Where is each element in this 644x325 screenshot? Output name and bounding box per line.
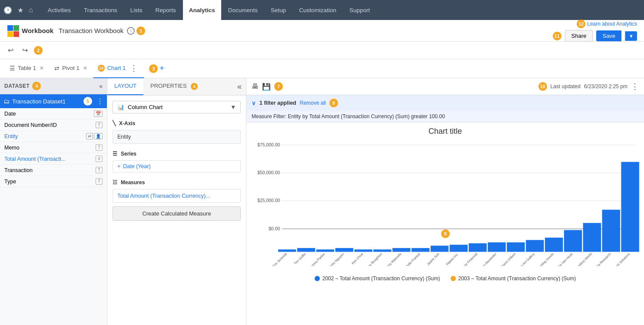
svg-rect-31 (450, 245, 468, 252)
tab-properties[interactable]: PROPERTIES 6 (143, 78, 205, 95)
svg-text:Jackie Suh: Jackie Suh (426, 252, 440, 266)
home-icon[interactable]: ⌂ (29, 6, 33, 14)
svg-rect-2 (7, 31, 13, 37)
pivot-icon: ⇄ (54, 65, 60, 72)
save-button[interactable]: Save (596, 30, 621, 41)
nav-reports[interactable]: Reports (149, 0, 182, 20)
panel-collapse-button[interactable]: « (237, 78, 246, 95)
tab-layout[interactable]: LAYOUT (107, 78, 143, 95)
badge-11: 11 (553, 32, 561, 40)
chart-toolbar-right: 10 Last updated 6/23/2020 2:25 pm ⋮ (538, 82, 639, 91)
nav-items: Activities Transactions Lists Reports An… (42, 0, 641, 20)
chart-area: Chart title 9 $75,000.00 $50,000.00 $25,… (246, 123, 644, 325)
field-total-amount-type: # (96, 156, 103, 162)
svg-text:Tim Griffin: Tim Griffin (293, 252, 307, 265)
field-entity[interactable]: Entity ⇄ 👤 (0, 131, 107, 142)
svg-rect-23 (373, 249, 391, 252)
measures-icon: ☷ (113, 179, 117, 186)
workbook-logo-icon (7, 25, 19, 37)
tab-pivot1[interactable]: ⇄ Pivot 1 ✕ (50, 59, 92, 78)
create-calculated-measure-button[interactable]: Create Calculated Measure (113, 206, 241, 221)
measures-item[interactable]: Total Amount (Transaction Currency)... (113, 189, 241, 203)
tab-table1-close[interactable]: ✕ (40, 65, 44, 71)
tab-add-button[interactable]: 3 + (146, 64, 168, 73)
svg-rect-35 (488, 242, 505, 252)
svg-rect-37 (507, 242, 524, 252)
table-icon: ☰ (10, 65, 15, 72)
nav-documents[interactable]: Documents (222, 0, 264, 20)
tab-table1[interactable]: ☰ Table 1 ✕ (5, 59, 48, 78)
history-icon[interactable]: 🕑 (3, 6, 12, 14)
legend-item-2003: 2003 – Total Amount (Transaction Currenc… (451, 275, 576, 282)
badge-7: 7 (274, 82, 283, 91)
svg-rect-1 (13, 25, 19, 31)
nav-transactions[interactable]: Transactions (78, 0, 123, 20)
chart-options-icon[interactable]: ⋮ (631, 82, 639, 91)
measures-title: ☷ Measures (113, 179, 241, 186)
undo-button[interactable]: ↩ (5, 44, 16, 56)
badge-5: 5 (83, 97, 92, 106)
dataset-name-text: Transaction Dataset1 (12, 98, 81, 105)
tab-pivot1-close[interactable]: ✕ (83, 65, 87, 71)
series-item[interactable]: + Date (Year) (113, 160, 241, 172)
field-memo[interactable]: Memo T (0, 142, 107, 153)
print-icon[interactable]: 🖶 (252, 83, 259, 90)
remove-all-button[interactable]: Remove all (300, 100, 326, 106)
save-dropdown-button[interactable]: ▼ (625, 31, 637, 41)
field-date[interactable]: Date 📅 (0, 108, 107, 119)
nav-setup[interactable]: Setup (265, 0, 292, 20)
svg-rect-41 (545, 238, 563, 252)
chart-title: Chart title (255, 127, 635, 136)
nav-support[interactable]: Support (343, 0, 376, 20)
info-icon[interactable]: i (127, 27, 135, 35)
dataset-name-row[interactable]: 🗂 Transaction Dataset1 5 ⋮ (0, 94, 107, 108)
filter-bar: ∨ 1 filter applied Remove all 8 (246, 95, 644, 111)
series-icon: ☰ (113, 151, 117, 157)
nav-activities[interactable]: Activities (42, 0, 77, 20)
nav-lists[interactable]: Lists (124, 0, 149, 20)
star-icon[interactable]: ★ (17, 6, 23, 14)
filter-count: 1 filter applied (259, 100, 296, 106)
svg-text:Amy Boughton: Amy Boughton (365, 252, 383, 266)
badge-8: 8 (329, 99, 338, 107)
legend-dot-2003 (451, 276, 456, 281)
dataset-collapse-button[interactable]: « (99, 83, 103, 90)
svg-rect-43 (564, 230, 582, 252)
chart-type-left: 📊 Column Chart (117, 104, 163, 110)
legend-item-2002: 2002 – Total Amount (Transaction Currenc… (315, 275, 440, 282)
chart-panel: 🖶 💾 7 10 Last updated 6/23/2020 2:25 pm … (246, 78, 644, 325)
nav-analytics[interactable]: Analytics (183, 0, 221, 20)
export-icon[interactable]: 💾 (262, 83, 271, 91)
share-button[interactable]: Share (565, 30, 593, 42)
field-total-amount[interactable]: Total Amount (Transacti... # (0, 153, 107, 165)
svg-rect-33 (469, 243, 487, 252)
layout-panel: LAYOUT PROPERTIES 6 « 📊 Column Chart ▼ ╲… (107, 78, 246, 325)
nav-customization[interactable]: Customization (293, 0, 342, 20)
tab-chart1[interactable]: 13 Chart 1 ⋮ (93, 59, 144, 78)
main-content: DATASET 4 « 🗂 Transaction Dataset1 5 ⋮ D… (0, 78, 644, 325)
dataset-dots-button[interactable]: ⋮ (96, 97, 103, 106)
svg-text:Ken Chua: Ken Chua (351, 252, 364, 265)
x-axis-section: ╲ X-Axis Entity (113, 120, 241, 144)
series-title: ☰ Series (113, 151, 241, 157)
chart-type-selector[interactable]: 📊 Column Chart ▼ (113, 101, 241, 113)
field-type[interactable]: Type T (0, 176, 107, 187)
svg-rect-0 (7, 25, 13, 31)
badge-2: 2 (34, 46, 43, 55)
filter-toggle[interactable]: ∨ (252, 100, 256, 106)
svg-rect-21 (354, 249, 372, 252)
tab-chart1-label: Chart 1 (107, 65, 126, 71)
badge-9: 9 (441, 229, 450, 238)
x-axis-icon: ╲ (113, 120, 116, 126)
learn-analytics-link[interactable]: 12 Learn about Analytics (577, 20, 637, 28)
x-axis-drop-zone[interactable]: Entity (113, 130, 241, 144)
field-transaction[interactable]: Transaction T (0, 165, 107, 176)
tab-chart1-more[interactable]: ⋮ (128, 63, 139, 73)
column-chart-icon: 📊 (117, 104, 124, 110)
field-docnum[interactable]: Document Number/ID T (0, 119, 107, 131)
redo-button[interactable]: ↪ (20, 44, 30, 56)
svg-rect-45 (583, 223, 601, 252)
field-total-amount-name: Total Amount (Transacti... (4, 156, 96, 162)
x-axis-title: ╲ X-Axis (113, 120, 241, 126)
svg-text:Chess Art Gallery: Chess Art Gallery (515, 252, 535, 266)
